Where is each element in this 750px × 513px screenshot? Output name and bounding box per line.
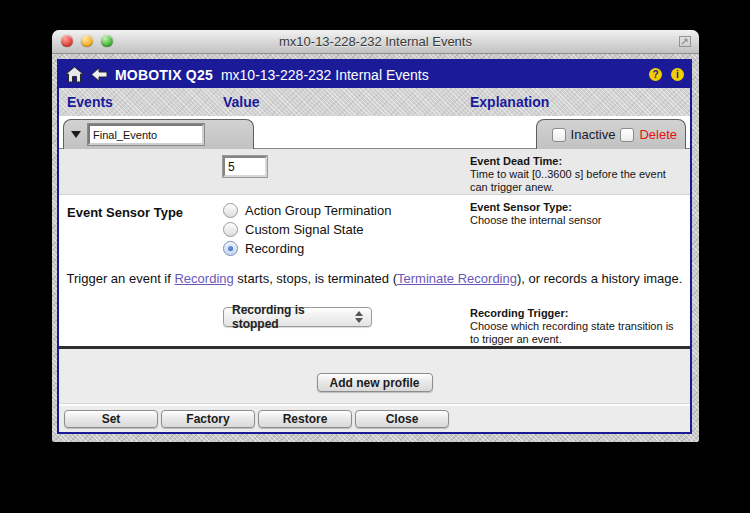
dead-time-explanation-title: Event Dead Time: bbox=[470, 155, 562, 167]
inactive-label: Inactive bbox=[571, 127, 616, 142]
column-header-events: Events bbox=[59, 94, 223, 110]
home-icon[interactable] bbox=[65, 66, 84, 83]
brand-label: MOBOTIX Q25 bbox=[115, 67, 213, 83]
column-header-explanation: Explanation bbox=[470, 94, 690, 110]
event-profile-tab-row: Inactive Delete bbox=[59, 116, 690, 149]
trigger-text-3: ), or records a history image. bbox=[517, 271, 682, 286]
mac-window: mx10-13-228-232 Internal Events MOBOTIX … bbox=[52, 30, 699, 442]
radio-label: Custom Signal State bbox=[245, 222, 364, 237]
set-button[interactable]: Set bbox=[64, 410, 158, 428]
recording-trigger-explanation-text: Choose which recording state transition … bbox=[470, 320, 674, 345]
trigger-text-1: Trigger an event if bbox=[67, 271, 175, 286]
dead-time-input[interactable] bbox=[223, 156, 267, 177]
radio-label: Recording bbox=[245, 241, 304, 256]
sensor-type-explanation-text: Choose the internal sensor bbox=[470, 214, 601, 226]
resize-icon[interactable] bbox=[679, 36, 691, 47]
event-sensor-type-row: Event Sensor Type Action Group Terminati… bbox=[59, 195, 690, 256]
internal-events-panel: MOBOTIX Q25 mx10-13-228-232 Internal Eve… bbox=[57, 59, 692, 434]
inactive-checkbox[interactable] bbox=[552, 128, 566, 142]
radio-label: Action Group Termination bbox=[245, 203, 391, 218]
action-button-bar: Set Factory Restore Close bbox=[64, 410, 449, 428]
recording-trigger-row: Recording is stopped Recording Trigger: … bbox=[59, 301, 690, 346]
sensor-type-options: Action Group Termination Custom Signal S… bbox=[223, 195, 470, 256]
recording-trigger-selected-value: Recording is stopped bbox=[224, 303, 351, 331]
dead-time-explanation: Event Dead Time: Time to wait [0..3600 s… bbox=[470, 149, 690, 194]
factory-button[interactable]: Factory bbox=[161, 410, 255, 428]
info-icon[interactable]: i bbox=[671, 68, 684, 81]
recording-trigger-explanation: Recording Trigger: Choose which recordin… bbox=[470, 301, 690, 346]
trigger-sentence: Trigger an event if Recording starts, st… bbox=[67, 271, 683, 286]
sensor-type-explanation-title: Event Sensor Type: bbox=[470, 201, 572, 213]
radio-icon[interactable] bbox=[223, 241, 238, 256]
radio-icon[interactable] bbox=[223, 222, 238, 237]
radio-icon[interactable] bbox=[223, 203, 238, 218]
column-header-value: Value bbox=[223, 94, 470, 110]
radio-action-group-termination[interactable]: Action Group Termination bbox=[223, 203, 470, 218]
footer-area: Add new profile Set Factory Restore Clos… bbox=[59, 346, 690, 432]
page-background: MOBOTIX Q25 mx10-13-228-232 Internal Eve… bbox=[52, 54, 699, 442]
close-button[interactable]: Close bbox=[355, 410, 449, 428]
profile-name-input[interactable] bbox=[88, 124, 204, 145]
trigger-text-2: starts, stops, is terminated ( bbox=[234, 271, 397, 286]
sensor-type-label: Event Sensor Type bbox=[59, 195, 223, 220]
collapse-profile-icon[interactable] bbox=[71, 131, 81, 138]
trigger-sentence-row: Trigger an event if Recording starts, st… bbox=[59, 256, 690, 301]
event-dead-time-row: Event Dead Time: Time to wait [0..3600 s… bbox=[59, 149, 690, 195]
event-profile-tab[interactable] bbox=[63, 119, 254, 149]
radio-custom-signal-state[interactable]: Custom Signal State bbox=[223, 222, 470, 237]
app-header: MOBOTIX Q25 mx10-13-228-232 Internal Eve… bbox=[59, 61, 690, 88]
recording-trigger-select[interactable]: Recording is stopped bbox=[223, 307, 372, 327]
delete-label: Delete bbox=[639, 127, 677, 142]
select-arrows-icon bbox=[351, 311, 371, 323]
add-new-profile-button[interactable]: Add new profile bbox=[317, 373, 433, 392]
sensor-type-explanation: Event Sensor Type: Choose the internal s… bbox=[470, 195, 690, 227]
terminate-recording-link[interactable]: Terminate Recording bbox=[397, 271, 517, 286]
back-arrow-icon[interactable] bbox=[90, 66, 109, 83]
delete-checkbox[interactable] bbox=[620, 128, 634, 142]
restore-button[interactable]: Restore bbox=[258, 410, 352, 428]
radio-recording[interactable]: Recording bbox=[223, 241, 470, 256]
recording-trigger-explanation-title: Recording Trigger: bbox=[470, 307, 568, 319]
footer-divider bbox=[59, 403, 690, 406]
window-titlebar[interactable]: mx10-13-228-232 Internal Events bbox=[52, 30, 699, 54]
window-title: mx10-13-228-232 Internal Events bbox=[52, 34, 699, 49]
page-title: mx10-13-228-232 Internal Events bbox=[221, 67, 429, 83]
dead-time-explanation-text: Time to wait [0..3600 s] before the even… bbox=[470, 168, 666, 193]
recording-link[interactable]: Recording bbox=[174, 271, 233, 286]
help-icon[interactable]: ? bbox=[649, 68, 662, 81]
profile-flags-tab: Inactive Delete bbox=[536, 119, 686, 149]
column-headers: Events Value Explanation bbox=[59, 88, 690, 116]
